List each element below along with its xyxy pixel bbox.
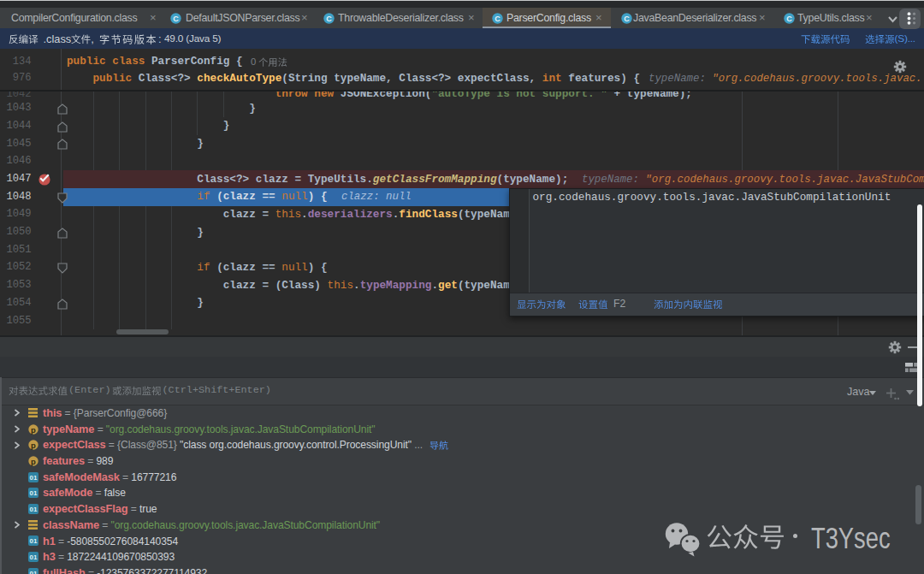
svg-text:p: p — [31, 441, 36, 450]
svg-text:01: 01 — [29, 506, 37, 513]
svg-text:p: p — [31, 456, 36, 465]
svg-text:C: C — [786, 15, 792, 23]
svg-text:p: p — [31, 424, 36, 434]
svg-text:C: C — [326, 15, 332, 23]
svg-text:C: C — [173, 15, 179, 23]
svg-text:C: C — [624, 15, 630, 23]
svg-text:C: C — [495, 15, 500, 23]
svg-text:01: 01 — [29, 570, 37, 574]
svg-text:01: 01 — [29, 537, 37, 545]
svg-text:01: 01 — [29, 553, 37, 561]
svg-text:01: 01 — [29, 474, 37, 482]
svg-text:01: 01 — [29, 489, 37, 497]
